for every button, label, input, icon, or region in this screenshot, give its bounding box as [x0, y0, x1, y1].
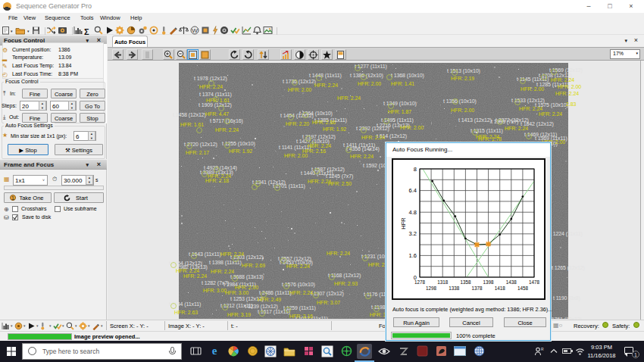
- svg-text:R: R: [541, 347, 544, 351]
- svg-text:1438: 1438: [506, 279, 517, 285]
- svg-text:1318: 1318: [437, 279, 449, 285]
- svg-text:8: 8: [414, 166, 417, 173]
- svg-text:HFR: HFR: [400, 217, 407, 229]
- svg-text:1298: 1298: [426, 286, 437, 291]
- svg-text:1458: 1458: [517, 286, 529, 291]
- svg-text:1398: 1398: [483, 279, 495, 285]
- svg-text:1338: 1338: [449, 286, 460, 291]
- svg-text:1378: 1378: [471, 286, 483, 291]
- svg-text:4.8: 4.8: [409, 209, 417, 216]
- svg-text:1278: 1278: [414, 279, 426, 285]
- svg-text:1478: 1478: [529, 279, 540, 285]
- svg-text:1.6: 1.6: [409, 252, 417, 259]
- svg-text:1358: 1358: [460, 279, 471, 285]
- svg-text:3.2: 3.2: [409, 230, 417, 237]
- svg-text:1418: 1418: [495, 286, 506, 291]
- svg-text:6.4: 6.4: [409, 187, 417, 194]
